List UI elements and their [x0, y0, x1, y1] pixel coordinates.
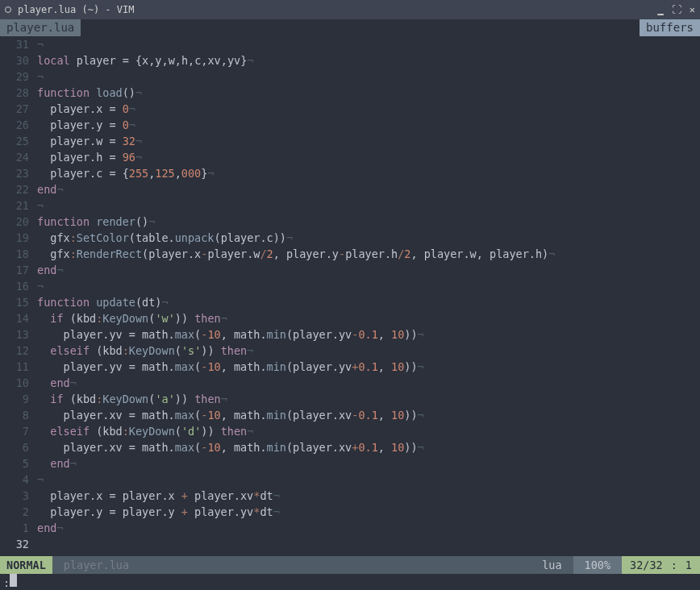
window-titlebar: player.lua (~) - VIM ▁ ⛶ ✕	[0, 0, 700, 19]
code-content[interactable]: player.yv = math.max(-10, math.min(playe…	[32, 359, 700, 375]
code-line[interactable]: 2 player.y = player.y + player.yv*dt¬	[0, 504, 700, 520]
editor-area[interactable]: 31¬30local player = {x,y,w,h,c,xv,yv}¬29…	[0, 36, 700, 556]
code-line[interactable]: 27 player.x = 0¬	[0, 101, 700, 117]
code-line[interactable]: 1end¬	[0, 520, 700, 536]
status-file: player.lua	[52, 556, 531, 574]
code-line[interactable]: 18 gfx:RenderRect(player.x-player.w/2, p…	[0, 246, 700, 262]
code-line[interactable]: 11 player.yv = math.max(-10, math.min(pl…	[0, 359, 700, 375]
line-number: 16	[0, 278, 32, 294]
code-content[interactable]: end¬	[32, 455, 700, 472]
code-line[interactable]: 10 end¬	[0, 375, 700, 391]
line-number: 15	[0, 294, 32, 310]
code-content[interactable]: player.c = {255,125,000}¬	[32, 165, 700, 181]
code-content[interactable]	[32, 536, 700, 552]
code-content[interactable]: elseif (kbd:KeyDown('s')) then¬	[32, 343, 700, 359]
code-line[interactable]: 6 player.xv = math.max(-10, math.min(pla…	[0, 439, 700, 455]
line-number: 22	[0, 181, 32, 197]
code-line[interactable]: 23 player.c = {255,125,000}¬	[0, 165, 700, 181]
line-number: 25	[0, 133, 32, 149]
close-icon[interactable]: ✕	[690, 4, 695, 15]
code-content[interactable]: end¬	[32, 262, 700, 278]
line-number: 5	[0, 455, 32, 472]
minimize-icon[interactable]: ▁	[658, 4, 664, 15]
tab-bar: player.lua buffers	[0, 19, 700, 36]
code-content[interactable]: elseif (kbd:KeyDown('d')) then¬	[32, 423, 700, 439]
line-number: 29	[0, 69, 32, 85]
code-line[interactable]: 26 player.y = 0¬	[0, 117, 700, 133]
line-number: 10	[0, 375, 32, 391]
cmdline-text: :	[3, 576, 10, 589]
code-content[interactable]: gfx:RenderRect(player.x-player.w/2, play…	[32, 246, 700, 262]
code-line[interactable]: 5 end¬	[0, 455, 700, 472]
code-line[interactable]: 13 player.yv = math.max(-10, math.min(pl…	[0, 326, 700, 343]
line-number: 12	[0, 343, 32, 359]
code-line[interactable]: 30local player = {x,y,w,h,c,xv,yv}¬	[0, 52, 700, 69]
code-content[interactable]: player.xv = math.max(-10, math.min(playe…	[32, 439, 700, 455]
code-line[interactable]: 14 if (kbd:KeyDown('w')) then¬	[0, 310, 700, 326]
status-mode: NORMAL	[0, 556, 52, 574]
code-line[interactable]: 21¬	[0, 197, 700, 214]
line-number: 7	[0, 423, 32, 439]
line-number: 3	[0, 488, 32, 504]
code-content[interactable]: player.xv = math.max(-10, math.min(playe…	[32, 407, 700, 423]
code-content[interactable]: player.y = player.y + player.yv*dt¬	[32, 504, 700, 520]
code-line[interactable]: 9 if (kbd:KeyDown('a')) then¬	[0, 391, 700, 407]
code-content[interactable]: ¬	[32, 197, 700, 214]
status-col: 1	[685, 559, 692, 571]
code-line[interactable]: 20function render()¬	[0, 214, 700, 230]
code-line[interactable]: 19 gfx:SetColor(table.unpack(player.c))¬	[0, 230, 700, 246]
code-line[interactable]: 16¬	[0, 278, 700, 294]
status-lines: 32/32	[630, 559, 663, 571]
code-line[interactable]: 17end¬	[0, 262, 700, 278]
code-content[interactable]: gfx:SetColor(table.unpack(player.c))¬	[32, 230, 700, 246]
code-line[interactable]: 31¬	[0, 36, 700, 52]
code-content[interactable]: ¬	[32, 69, 700, 85]
code-content[interactable]: local player = {x,y,w,h,c,xv,yv}¬	[32, 52, 700, 69]
code-line[interactable]: 15function update(dt)¬	[0, 294, 700, 310]
code-content[interactable]: end¬	[32, 375, 700, 391]
code-content[interactable]: end¬	[32, 520, 700, 536]
code-content[interactable]: player.x = 0¬	[32, 101, 700, 117]
code-content[interactable]: if (kbd:KeyDown('a')) then¬	[32, 391, 700, 407]
code-line[interactable]: 3 player.x = player.x + player.xv*dt¬	[0, 488, 700, 504]
status-position: 32/32 : 1	[622, 556, 700, 574]
code-line[interactable]: 4¬	[0, 472, 700, 488]
code-line[interactable]: 32	[0, 536, 700, 552]
code-line[interactable]: 8 player.xv = math.max(-10, math.min(pla…	[0, 407, 700, 423]
code-content[interactable]: function load()¬	[32, 85, 700, 101]
line-number: 2	[0, 504, 32, 520]
code-content[interactable]: player.w = 32¬	[32, 133, 700, 149]
status-mode-label: NORMAL	[6, 559, 46, 571]
code-line[interactable]: 22end¬	[0, 181, 700, 197]
code-line[interactable]: 24 player.h = 96¬	[0, 149, 700, 165]
code-line[interactable]: 12 elseif (kbd:KeyDown('s')) then¬	[0, 343, 700, 359]
code-line[interactable]: 7 elseif (kbd:KeyDown('d')) then¬	[0, 423, 700, 439]
line-number: 20	[0, 214, 32, 230]
code-content[interactable]: ¬	[32, 36, 700, 52]
line-number: 9	[0, 391, 32, 407]
line-number: 31	[0, 36, 32, 52]
line-number: 17	[0, 262, 32, 278]
code-content[interactable]: end¬	[32, 181, 700, 197]
code-content[interactable]: player.y = 0¬	[32, 117, 700, 133]
command-line[interactable]: :	[0, 574, 700, 590]
tab-buffers[interactable]: buffers	[640, 19, 700, 36]
line-number: 30	[0, 52, 32, 69]
status-percent: 100%	[573, 556, 623, 574]
code-content[interactable]: function update(dt)¬	[32, 294, 700, 310]
tab-player-lua[interactable]: player.lua	[0, 19, 81, 36]
code-content[interactable]: if (kbd:KeyDown('w')) then¬	[32, 310, 700, 326]
status-bar: NORMAL player.lua lua 100% 32/32 : 1	[0, 556, 700, 574]
code-content[interactable]: player.x = player.x + player.xv*dt¬	[32, 488, 700, 504]
code-line[interactable]: 28function load()¬	[0, 85, 700, 101]
maximize-icon[interactable]: ⛶	[672, 4, 681, 15]
line-number: 32	[0, 536, 32, 552]
line-number: 27	[0, 101, 32, 117]
code-line[interactable]: 25 player.w = 32¬	[0, 133, 700, 149]
code-content[interactable]: player.h = 96¬	[32, 149, 700, 165]
code-content[interactable]: function render()¬	[32, 214, 700, 230]
code-content[interactable]: ¬	[32, 278, 700, 294]
code-content[interactable]: player.yv = math.max(-10, math.min(playe…	[32, 326, 700, 343]
code-line[interactable]: 29¬	[0, 69, 700, 85]
code-content[interactable]: ¬	[32, 472, 700, 488]
